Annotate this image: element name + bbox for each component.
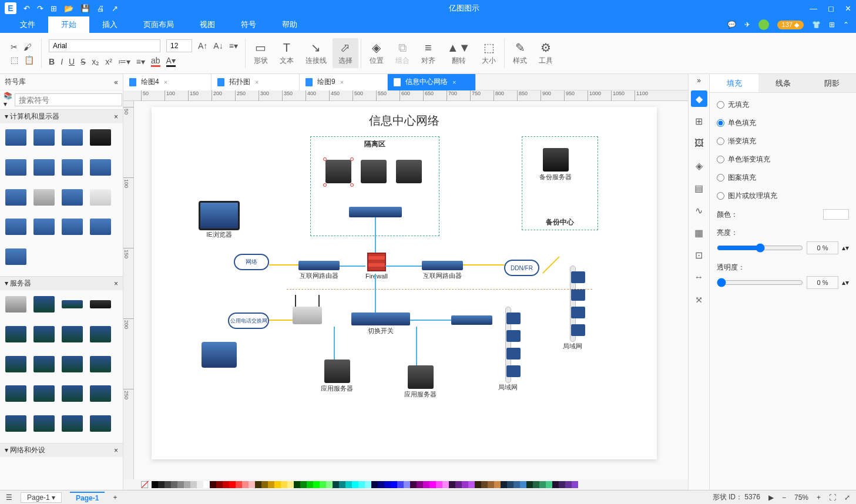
color-swatch[interactable] <box>442 481 449 488</box>
connector[interactable] <box>385 266 422 267</box>
fill-none-radio[interactable]: 无填充 <box>717 100 849 110</box>
page-selector[interactable]: Page-1 ▾ <box>21 492 62 503</box>
menu-help[interactable]: 帮助 <box>269 16 310 33</box>
router-right[interactable] <box>451 315 492 326</box>
size-icon[interactable]: ⬚ <box>484 41 495 55</box>
color-swatch[interactable] <box>268 481 274 488</box>
shape-item[interactable] <box>59 382 86 405</box>
font-name-select[interactable] <box>49 39 160 52</box>
tab-line[interactable]: 线条 <box>758 74 807 92</box>
ddnfr-cloud[interactable]: DDN/FR <box>504 260 539 277</box>
shape-tool-icon[interactable]: ▭ <box>255 41 266 55</box>
cat-close-icon[interactable]: × <box>114 113 118 121</box>
color-swatch[interactable] <box>481 481 488 488</box>
color-swatch[interactable] <box>520 481 526 488</box>
zoom-level[interactable]: 75% <box>794 493 808 502</box>
color-swatch[interactable] <box>261 481 268 488</box>
color-swatch[interactable] <box>313 481 320 488</box>
color-swatch[interactable] <box>320 481 326 488</box>
zoom-in-icon[interactable]: + <box>817 493 821 502</box>
lightning-connector[interactable] <box>269 320 293 321</box>
page-icon[interactable]: ▤ <box>691 180 707 196</box>
send-icon[interactable]: ✈ <box>744 21 750 29</box>
divider-line[interactable] <box>287 289 592 290</box>
color-swatch[interactable] <box>559 481 565 488</box>
style-icon[interactable]: ✎ <box>515 41 525 55</box>
color-swatch[interactable] <box>236 481 242 488</box>
shape-item[interactable] <box>2 156 29 179</box>
flip-icon[interactable]: ▲▼ <box>447 41 471 55</box>
measure-icon[interactable]: ↔ <box>691 269 707 285</box>
opacity-value[interactable]: 0 % <box>807 276 838 289</box>
cat-close-icon[interactable]: × <box>114 446 118 455</box>
shape-item[interactable] <box>31 382 58 405</box>
doc-tab[interactable]: 绘图9× <box>300 74 388 90</box>
comment-icon[interactable]: 💬 <box>727 21 736 29</box>
italic-icon[interactable]: I <box>61 57 63 66</box>
fill-pattern-radio[interactable]: 图案填充 <box>717 173 849 183</box>
color-swatch[interactable] <box>501 481 507 488</box>
shape-item[interactable] <box>2 186 29 209</box>
font-size-select[interactable] <box>166 39 192 52</box>
connector[interactable] <box>375 217 376 253</box>
brightness-slider[interactable] <box>717 243 803 253</box>
lan2-pc[interactable] <box>571 324 585 337</box>
export-icon[interactable]: ↗ <box>112 4 118 13</box>
menu-start[interactable]: 开始 <box>48 16 89 33</box>
shape-item[interactable] <box>31 322 58 346</box>
line-spacing-icon[interactable]: ≡▾ <box>136 57 145 66</box>
close-tab-icon[interactable]: × <box>255 79 259 86</box>
color-swatch[interactable] <box>417 481 423 488</box>
color-swatch[interactable] <box>384 481 391 488</box>
color-swatch[interactable] <box>190 481 197 488</box>
color-swatch[interactable] <box>565 481 572 488</box>
menu-insert[interactable]: 插入 <box>89 16 130 33</box>
color-swatch[interactable] <box>223 481 229 488</box>
add-page-icon[interactable]: + <box>113 493 117 502</box>
fill-gradient-radio[interactable]: 渐变填充 <box>717 136 849 146</box>
drawing-page[interactable]: 信息中心网络 隔离区 备份中心 备份服务器 IE浏览器 <box>152 107 657 459</box>
shape-item[interactable] <box>2 382 29 405</box>
color-swatch[interactable] <box>339 481 345 488</box>
shape-item[interactable] <box>59 215 86 238</box>
no-color-icon[interactable] <box>141 481 148 488</box>
cat-servers-label[interactable]: 服务器 <box>10 279 31 287</box>
shape-item[interactable] <box>2 293 29 316</box>
color-swatch[interactable] <box>158 481 165 488</box>
color-swatch[interactable] <box>216 481 223 488</box>
color-swatch[interactable] <box>358 481 365 488</box>
presentation-icon[interactable]: ▶ <box>768 493 774 502</box>
color-swatch[interactable] <box>552 481 559 488</box>
color-swatch[interactable] <box>823 209 849 220</box>
color-swatch[interactable] <box>203 481 210 488</box>
menu-symbol[interactable]: 符号 <box>228 16 269 33</box>
color-swatch[interactable] <box>429 481 436 488</box>
app-server-2[interactable]: 应用服务器 <box>404 365 437 399</box>
color-swatch[interactable] <box>287 481 294 488</box>
lightning-connector[interactable] <box>269 264 298 266</box>
fill-tab-icon[interactable]: ◆ <box>691 90 707 107</box>
color-swatch[interactable] <box>533 481 539 488</box>
cat-close-icon[interactable]: × <box>114 280 118 288</box>
fill-solid-radio[interactable]: 单色填充 <box>717 118 849 128</box>
page-tab[interactable]: Page-1 <box>70 492 105 503</box>
color-swatch[interactable] <box>300 481 307 488</box>
shape-item[interactable] <box>59 293 86 316</box>
fill-monograd-radio[interactable]: 单色渐变填充 <box>717 154 849 164</box>
tab-shadow[interactable]: 阴影 <box>807 74 856 92</box>
color-swatch[interactable] <box>449 481 455 488</box>
lan1-pc[interactable] <box>506 313 521 325</box>
color-swatch[interactable] <box>539 481 546 488</box>
color-swatch[interactable] <box>255 481 261 488</box>
shape-item[interactable] <box>2 245 29 268</box>
cut-icon[interactable]: ✂ <box>11 42 18 52</box>
align-text-icon[interactable]: ≡▾ <box>229 41 238 51</box>
color-swatch[interactable] <box>436 481 442 488</box>
lan2-pc[interactable] <box>571 271 585 284</box>
dimension-icon[interactable]: ⊡ <box>691 247 707 263</box>
shape-item[interactable] <box>87 352 114 376</box>
bold-icon[interactable]: B <box>49 57 55 66</box>
color-swatch[interactable] <box>345 481 352 488</box>
fit-page-icon[interactable]: ⛶ <box>829 493 836 502</box>
shape-item[interactable] <box>59 322 86 346</box>
